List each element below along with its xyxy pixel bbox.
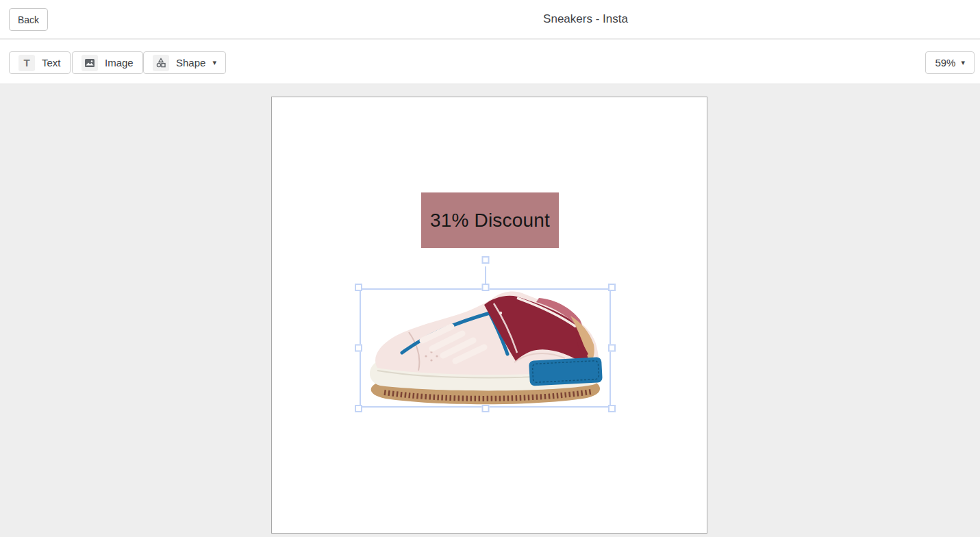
shapes-icon [153,55,169,71]
resize-handle-se[interactable] [608,405,616,412]
shape-tool-label: Shape [176,57,205,68]
text-tool-label: Text [42,57,61,68]
artboard[interactable]: 31% Discount [271,97,707,534]
chevron-down-icon: ▾ [212,59,216,66]
zoom-level-dropdown[interactable]: 59% ▾ [925,51,975,74]
resize-handle-s[interactable] [481,405,489,412]
image-tool-label: Image [105,57,134,68]
page-title: Sneakers - Insta [543,12,628,26]
toolbar: T Text Image Shape ▾ 59% ▾ [0,40,980,84]
discount-banner[interactable]: 31% Discount [421,192,559,248]
canvas-workspace: 31% Discount [0,84,980,537]
header-bar: Back Sneakers - Insta [0,0,980,39]
back-button[interactable]: Back [9,8,48,31]
shape-tool-button[interactable]: Shape ▾ [143,51,226,74]
resize-handle-n[interactable] [481,284,489,291]
rotation-handle[interactable] [481,256,489,264]
resize-handle-w[interactable] [355,345,362,352]
zoom-level-value: 59% [935,57,955,68]
image-tool-button[interactable]: Image [72,51,143,74]
resize-handle-sw[interactable] [355,405,362,412]
resize-handle-e[interactable] [608,345,616,352]
chevron-down-icon: ▾ [961,59,965,66]
picture-icon [81,55,98,71]
resize-handle-nw[interactable] [355,284,362,291]
resize-handle-ne[interactable] [608,284,616,291]
sneaker-image[interactable] [360,288,611,408]
text-icon: T [18,55,35,71]
text-tool-button[interactable]: T Text [9,51,71,74]
sneaker-graphic [360,288,611,408]
